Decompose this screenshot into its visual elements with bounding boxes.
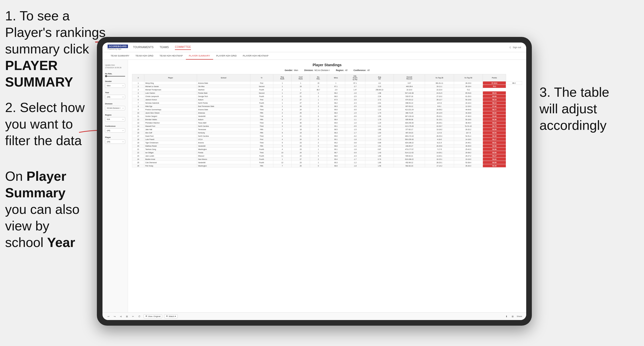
cut-btn[interactable]: ✂ (131, 315, 135, 318)
no-rds-label: No Rds. (105, 73, 125, 75)
back-btn[interactable]: ⊲ (119, 315, 123, 318)
table-row: 8Mats EgeEast Tennessee StateFifth124268… (132, 105, 522, 108)
table-row: 10Jacob Skov OlesenArkansasFifth225168.4… (132, 111, 522, 115)
nav-items: TOURNAMENTS TEAMS COMMITTEE (133, 45, 509, 50)
col-wins[interactable]: Wins (327, 74, 345, 81)
conference-section: Conference (All) ▾ (105, 125, 125, 133)
undo-btn[interactable]: ↩ (107, 315, 111, 318)
gender-select[interactable]: Men ▾ (105, 84, 125, 88)
table-row: 16Alex GoffKentuckyFifth919068.3-1.71.92… (132, 131, 522, 134)
table-row: 23Jack LundinMissouriFourth1124068.6-2.3… (132, 154, 522, 158)
year-select[interactable]: (All) ▾ (105, 95, 125, 99)
table-title: Player Standings (132, 63, 522, 67)
main-content: Update time: 27/03/2024 16:56:26 No Rds. (102, 60, 526, 312)
watch-btn[interactable]: 👁 Watch ▾ (164, 314, 178, 318)
table-row: 18Luke PowellUCLAFirst424069.1-1.81.1350… (132, 138, 522, 141)
download-btn[interactable]: ⬇ (505, 315, 509, 318)
instruction-bottom: On PlayerSummary you can also view by sc… (5, 168, 87, 251)
player-label: Player (105, 136, 125, 139)
table-row: 4Luke ClantonFlorida StateSecond127268.2… (132, 91, 522, 95)
col-reg-rank[interactable]: RegRank (273, 74, 291, 81)
table-row: 14Maxwell FordNorth CarolinaThird322069.… (132, 124, 522, 128)
region-label: Region (105, 114, 125, 116)
clock-btn[interactable]: ⏱ (137, 315, 141, 318)
sub-nav: TEAM SUMMARY TEAM H2H GRID TEAM H2H HEAT… (102, 52, 526, 60)
player-arrow: ▾ (123, 141, 123, 143)
table-filters: Gender: Men Division: NCAA Division I Re… (132, 69, 522, 72)
col-adj-score[interactable]: Adj.Scoreto Par (345, 74, 365, 81)
col-vs-top50[interactable]: Vs Top 50 (454, 74, 483, 81)
instruction-1: 1. To see a Player's rankings summary cl… (5, 8, 112, 90)
sidebar: Update time: 27/03/2024 16:56:26 No Rds. (102, 60, 128, 312)
sub-nav-player-h2h-grid[interactable]: PLAYER H2H GRID (213, 52, 240, 60)
grid-btn[interactable]: ⊞ (511, 315, 515, 318)
sub-nav-player-h2h-heatmap[interactable]: PLAYER H2H HEATMAP (240, 52, 272, 60)
col-yr: Yr (250, 74, 273, 81)
year-label: Year (105, 91, 125, 94)
col-school[interactable]: School (197, 74, 250, 81)
col-avg-sg: AvgSG (365, 74, 394, 81)
tablet-device: SCOREBOARD Powered by clipd TOURNAMENTS … (97, 37, 532, 326)
share-btn[interactable]: Share (517, 315, 522, 317)
player-select[interactable]: (All) ▾ (105, 140, 125, 144)
standings-table: # Player School Yr RegRank ConfRank No.R… (132, 74, 522, 168)
table-row: 15Jake HallTennesseeFifth718068.5-1.51.6… (132, 128, 522, 131)
sub-nav-team-summary[interactable]: TEAM SUMMARY (108, 52, 132, 60)
col-player[interactable]: Player (144, 74, 197, 81)
bottom-toolbar: ↩ ↪ ⊲ ⊞ ✂ ⏱ 👁 View: Original 👁 Watch ▾ ⬇… (102, 312, 526, 320)
table-row: 12Brendan ValdesAuburnFifth527068.4-1.11… (132, 118, 522, 121)
division-select[interactable]: NCAA Division I ▾ (105, 106, 125, 110)
table-row: 20Matthew RiedelVanderbiltFifth523068.8-… (132, 144, 522, 148)
no-rds-section: No Rds. (105, 73, 125, 77)
conference-arrow: ▾ (123, 130, 123, 131)
tablet-screen: SCOREBOARD Powered by clipd TOURNAMENTS … (102, 43, 526, 320)
conference-label: Conference (105, 125, 125, 127)
col-overall[interactable]: OverallRecord (394, 74, 425, 81)
sign-out-link[interactable]: Sign out (513, 46, 521, 49)
table-row: 19Tiger ChristensenArizonaThird523269.2-… (132, 141, 522, 144)
table-row: 3Michael ThorbjornsenStanfordFourth2188.… (132, 88, 522, 91)
conference-select[interactable]: (All) ▾ (105, 128, 125, 133)
col-vs-top25[interactable]: Vs Top 25 (425, 74, 454, 81)
table-row: 9Preston SummerhaysArizona StateThird324… (132, 108, 522, 111)
nav-committee[interactable]: COMMITTEE (175, 45, 191, 50)
table-row: 2Michael Le SassieOle MissSecond118067.1… (132, 85, 522, 88)
table-row: 22Ian GilliganFloridaThird1024168.7-0.91… (132, 151, 522, 154)
gender-label: Gender (105, 80, 125, 82)
view-btn[interactable]: 👁 View: Original (144, 314, 162, 318)
table-row: 21Taehoon SongWashingtonFourth423169.1-1… (132, 148, 522, 151)
gender-arrow: ▾ (123, 85, 123, 87)
table-row: 6Jackson KoivunAuburnFirst227167.5-2.02.… (132, 98, 522, 101)
gender-section: Gender Men ▾ (105, 80, 125, 88)
update-section: Update time: 27/03/2024 16:56:26 (105, 64, 125, 69)
sub-nav-team-h2h-grid[interactable]: TEAM H2H GRID (132, 52, 157, 60)
copy-btn[interactable]: ⊞ (125, 315, 129, 318)
filter-gender: Gender: Men (285, 69, 298, 72)
logo-sub: Powered by clipd (108, 48, 128, 50)
col-points[interactable]: Points (483, 74, 506, 81)
instruction-2: 2. Select how you want to filter the dat… (5, 99, 87, 149)
nav-tournaments[interactable]: TOURNAMENTS (133, 45, 153, 50)
table-row: 7Nicholas GabrelcikNorth FloridaFourth12… (132, 101, 522, 105)
table-header-row: # Player School Yr RegRank ConfRank No.R… (132, 74, 522, 81)
table-row: 11Gordon SargentVanderbiltThird421068.7-… (132, 115, 522, 118)
table-row: 13Phichaksn MaichonTexas A&MThird630169.… (132, 121, 522, 124)
table-row: 17David FordNorth CarolinaThird421069.0-… (132, 134, 522, 138)
filter-division: Division: NCAA Division I (304, 69, 330, 72)
update-time: Update time: 27/03/2024 16:56:26 (105, 64, 125, 69)
table-row: 24Bastien AmatNew MexicoFourth127269.4-1… (132, 158, 522, 161)
col-conf-rank[interactable]: ConfRank (291, 74, 310, 81)
table-row: 26Petr HrubyWashingtonFifth725068.6-1.81… (132, 164, 522, 168)
division-label: Division (105, 103, 125, 105)
nav-teams[interactable]: TEAMS (160, 45, 169, 50)
sub-nav-player-summary[interactable]: PLAYER SUMMARY (186, 52, 213, 60)
no-rds-slider[interactable] (105, 76, 125, 77)
table-row: 5Christo LamprechtGeorgia TechFourth2212… (132, 95, 522, 98)
table-area: Player Standings Gender: Men Division: N… (128, 60, 526, 312)
sub-nav-team-h2h-heatmap[interactable]: TEAM H2H HEATMAP (157, 52, 186, 60)
nav-bar: SCOREBOARD Powered by clipd TOURNAMENTS … (102, 43, 526, 52)
division-section: Division NCAA Division I ▾ (105, 103, 125, 110)
redo-btn[interactable]: ↪ (113, 315, 117, 318)
year-section: Year (All) ▾ (105, 91, 125, 99)
region-select[interactable]: N/A ▾ (105, 117, 125, 121)
